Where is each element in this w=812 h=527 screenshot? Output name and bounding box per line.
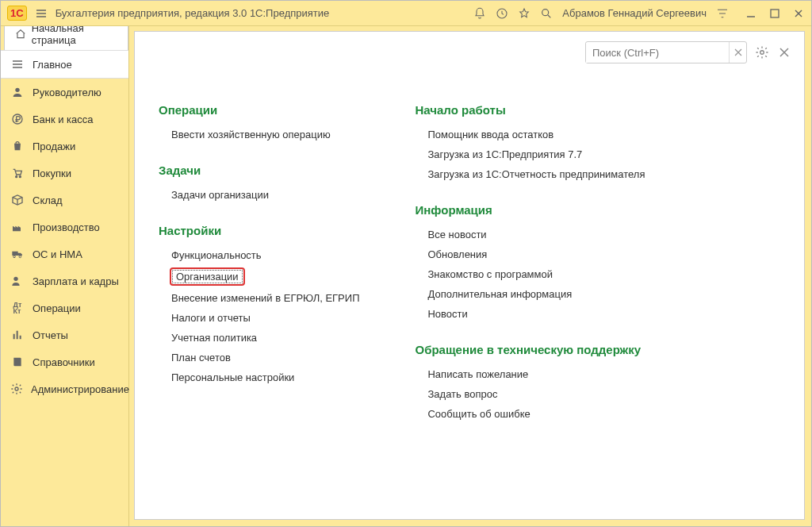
search-clear-icon[interactable] (729, 42, 746, 63)
home-icon (14, 27, 27, 41)
box-icon (10, 193, 25, 207)
logo-1c: 1C (7, 6, 27, 21)
sidebar-item-production[interactable]: Производство (1, 213, 128, 240)
svg-point-8 (19, 256, 21, 258)
svg-point-10 (15, 387, 18, 390)
history-icon[interactable] (496, 7, 508, 20)
sidebar-item-label: ОС и НМА (33, 248, 82, 260)
link-load-77[interactable]: Загрузка из 1С:Предприятия 7.7 (415, 144, 645, 164)
sidebar-item-label: Продажи (33, 140, 75, 152)
sidebar-item-directories[interactable]: Справочники (1, 348, 128, 375)
link-functionality[interactable]: Функциональность (159, 245, 359, 265)
svg-point-7 (13, 256, 16, 258)
link-updates[interactable]: Обновления (415, 244, 645, 264)
section-title-settings: Настройки (159, 224, 359, 237)
sidebar-item-main[interactable]: Главное (1, 50, 128, 79)
people-icon (10, 274, 25, 288)
link-taxes[interactable]: Налоги и отчеты (159, 308, 359, 328)
link-personal-settings[interactable]: Персональные настройки (159, 367, 359, 387)
link-organizations[interactable]: Организации (170, 267, 245, 286)
svg-point-9 (13, 277, 17, 281)
link-write-wish[interactable]: Написать пожелание (415, 364, 645, 384)
link-ask-question[interactable]: Задать вопрос (415, 384, 645, 404)
tab-label: Начальная страница (32, 26, 118, 46)
search-wrap (585, 41, 747, 63)
tabstrip: Начальная страница (1, 26, 128, 50)
link-enter-operation[interactable]: Ввести хозяйственную операцию (159, 125, 359, 144)
filter-icon[interactable] (716, 7, 729, 20)
section-title-info: Информация (415, 203, 645, 217)
sidebar-item-label: Отчеты (33, 329, 68, 341)
content-toolbar (585, 41, 791, 63)
svg-point-1 (542, 9, 549, 15)
svg-point-3 (15, 88, 19, 92)
link-report-error[interactable]: Сообщить об ошибке (415, 404, 645, 424)
svg-point-11 (760, 51, 764, 55)
search-input[interactable] (586, 43, 729, 63)
link-all-news[interactable]: Все новости (415, 225, 645, 244)
sidebar: Начальная страница Главное Руководителю … (1, 26, 129, 526)
sidebar-item-admin[interactable]: Администрирование (1, 375, 128, 402)
settings-icon[interactable] (755, 45, 769, 60)
bell-icon[interactable] (473, 7, 486, 20)
link-extra-info[interactable]: Дополнительная информация (415, 284, 645, 304)
sidebar-item-assets[interactable]: ОС и НМА (1, 240, 128, 267)
factory-icon (10, 220, 25, 234)
sidebar-item-label: Главное (33, 59, 72, 71)
section-title-operations: Операции (159, 103, 359, 117)
sidebar-item-warehouse[interactable]: Склад (1, 187, 128, 213)
titlebar: 1C Бухгалтерия предприятия, редакция 3.0… (1, 1, 811, 26)
column-right: Начало работы Помощник ввода остатков За… (415, 103, 645, 443)
link-accounting-policy[interactable]: Учетная политика (159, 328, 359, 348)
close-icon[interactable] (792, 7, 805, 20)
sidebar-item-purchases[interactable]: Покупки (1, 160, 128, 187)
sidebar-item-label: Администрирование (31, 383, 129, 395)
panel-close-icon[interactable] (777, 45, 791, 60)
link-intro[interactable]: Знакомство с программой (415, 264, 645, 284)
link-load-reporting[interactable]: Загрузка из 1С:Отчетность предпринимател… (415, 164, 645, 184)
link-news[interactable]: Новости (415, 304, 645, 324)
sidebar-item-label: Производство (33, 221, 100, 233)
section-title-support: Обращение в техническую поддержку (415, 343, 645, 356)
svg-point-6 (19, 176, 21, 178)
bag-icon (10, 139, 25, 153)
sidebar-item-bank[interactable]: Банк и касса (1, 106, 128, 133)
cart-icon (10, 166, 25, 180)
sidebar-item-label: Зарплата и кадры (33, 275, 119, 287)
link-egrul[interactable]: Внесение изменений в ЕГРЮЛ, ЕГРИП (159, 288, 359, 308)
hamburger-icon[interactable] (35, 7, 48, 20)
maximize-icon[interactable] (768, 7, 781, 20)
sidebar-item-salary[interactable]: Зарплата и кадры (1, 267, 128, 294)
person-icon (10, 85, 25, 99)
sidebar-item-label: Банк и касса (33, 113, 94, 125)
sidebar-item-manager[interactable]: Руководителю (1, 79, 128, 106)
book-icon (10, 355, 25, 369)
link-chart-accounts[interactable]: План счетов (159, 348, 359, 367)
section-title-start: Начало работы (415, 103, 645, 117)
star-icon[interactable] (518, 7, 530, 20)
link-balance-assistant[interactable]: Помощник ввода остатков (415, 125, 645, 144)
dtkt-icon: ДтКт (10, 301, 25, 315)
link-org-tasks[interactable]: Задачи организации (159, 185, 359, 205)
tab-home[interactable]: Начальная страница (4, 26, 128, 50)
content-pane: Операции Ввести хозяйственную операцию З… (134, 31, 805, 520)
sidebar-item-sales[interactable]: Продажи (1, 133, 128, 160)
sidebar-item-reports[interactable]: Отчеты (1, 321, 128, 348)
sidebar-item-label: Операции (33, 302, 81, 314)
chart-icon (10, 328, 25, 342)
gear-icon (10, 382, 23, 396)
ruble-icon (10, 112, 25, 126)
app-body: Начальная страница Главное Руководителю … (1, 26, 811, 526)
sidebar-item-label: Справочники (33, 356, 95, 368)
minimize-icon[interactable] (745, 7, 757, 20)
section-title-tasks: Задачи (159, 163, 359, 177)
sidebar-item-label: Руководителю (33, 87, 102, 98)
truck-icon (10, 247, 25, 261)
sidebar-item-operations[interactable]: ДтКт Операции (1, 294, 128, 321)
user-name[interactable]: Абрамов Геннадий Сергеевич (562, 7, 707, 19)
svg-rect-2 (771, 10, 779, 17)
column-left: Операции Ввести хозяйственную операцию З… (159, 103, 359, 443)
search-icon[interactable] (540, 7, 553, 20)
sidebar-item-label: Склад (33, 194, 63, 206)
app-title: Бухгалтерия предприятия, редакция 3.0 1С… (56, 7, 330, 19)
